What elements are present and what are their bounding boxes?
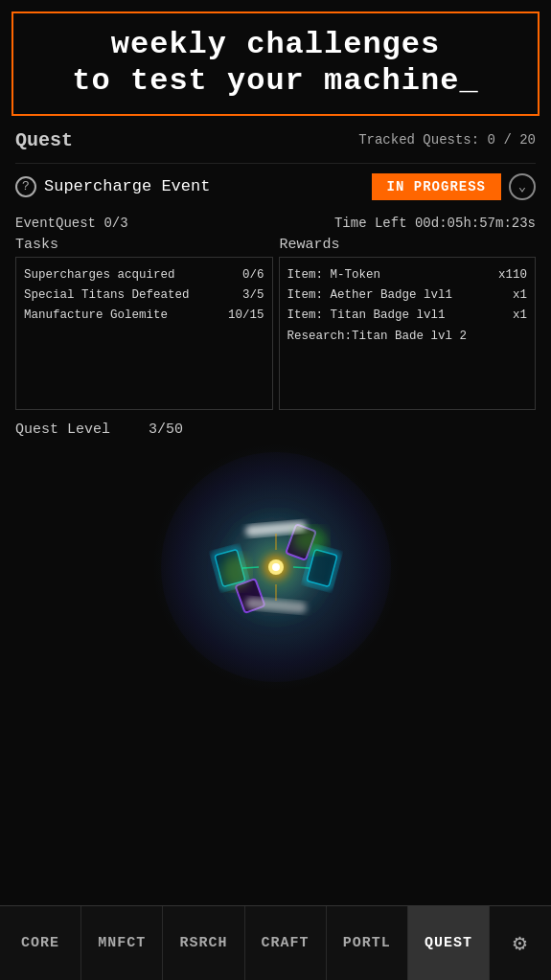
quest-level-label: Quest Level <box>15 422 110 438</box>
nav-item-settings[interactable]: ⚙ <box>490 906 551 980</box>
task-3-name: Manufacture Golemite <box>24 306 168 326</box>
machine-svg <box>190 481 362 653</box>
header-title: weekly challenges to test your machine_ <box>33 27 518 101</box>
tasks-box: Supercharges acquired 0/6 Special Titans… <box>15 257 273 410</box>
tasks-header-label: Tasks <box>15 237 272 253</box>
help-icon[interactable]: ? <box>15 176 36 197</box>
quest-header: Quest Tracked Quests: 0 / 20 <box>0 116 551 159</box>
event-quest-info: EventQuest 0/3 Time Left 00d:05h:57m:23s <box>0 210 551 237</box>
reward-row-1: Item: M-Token x110 <box>287 265 528 285</box>
task-row-2: Special Titans Defeated 3/5 <box>24 285 264 306</box>
tasks-rewards-header: Tasks Rewards <box>0 237 551 253</box>
divider <box>15 163 536 164</box>
reward-2-value: x1 <box>513 285 527 306</box>
reward-4-name: Research:Titan Bade lvl 2 <box>287 327 468 347</box>
task-1-value: 0/6 <box>242 265 264 285</box>
in-progress-button[interactable]: IN PROGRESS <box>372 173 501 200</box>
event-name: Supercharge Event <box>44 177 210 195</box>
event-quest-time: Time Left 00d:05h:57m:23s <box>334 216 536 231</box>
reward-3-value: x1 <box>513 306 527 326</box>
event-right: IN PROGRESS ⌄ <box>372 173 536 200</box>
nav-item-rsrch[interactable]: RSRCH <box>163 906 244 980</box>
quest-level-value: 3/50 <box>149 422 183 438</box>
bottom-nav: CORE MNFCT RSRCH CRAFT PORTL QUEST ⚙ <box>0 905 551 980</box>
nav-item-core[interactable]: CORE <box>0 906 81 980</box>
reward-3-name: Item: Titan Badge lvl1 <box>287 306 446 326</box>
task-1-name: Supercharges acquired <box>24 265 175 285</box>
reward-1-name: Item: M-Token <box>287 265 381 285</box>
svg-line-15 <box>293 567 310 568</box>
tasks-rewards-content: Supercharges acquired 0/6 Special Titans… <box>15 257 536 410</box>
event-row: ? Supercharge Event IN PROGRESS ⌄ <box>0 168 551 210</box>
quest-title: Quest <box>15 129 73 151</box>
reward-row-3: Item: Titan Badge lvl1 x1 <box>287 306 528 326</box>
event-left: ? Supercharge Event <box>15 176 210 197</box>
svg-point-13 <box>272 563 280 571</box>
tracked-quests: Tracked Quests: 0 / 20 <box>358 132 536 148</box>
task-3-value: 10/15 <box>228 306 264 326</box>
nav-item-quest[interactable]: QUEST <box>408 906 490 980</box>
reward-row-4: Research:Titan Bade lvl 2 <box>287 327 528 347</box>
machine-visual <box>0 438 551 696</box>
nav-item-mnfct[interactable]: MNFCT <box>81 906 163 980</box>
gear-icon: ⚙ <box>505 928 536 959</box>
toggle-chevron-icon[interactable]: ⌄ <box>509 173 536 200</box>
svg-point-10 <box>221 555 250 589</box>
nav-item-portl[interactable]: PORTL <box>327 906 408 980</box>
nav-item-craft[interactable]: CRAFT <box>245 906 327 980</box>
quest-level-row: Quest Level 3/50 <box>0 410 551 438</box>
rewards-header-label: Rewards <box>280 237 537 253</box>
orb <box>161 452 391 682</box>
svg-line-14 <box>242 567 259 568</box>
reward-2-name: Item: Aether Badge lvl1 <box>287 285 453 306</box>
task-row-3: Manufacture Golemite 10/15 <box>24 306 264 326</box>
reward-row-2: Item: Aether Badge lvl1 x1 <box>287 285 528 306</box>
reward-1-value: x110 <box>498 265 527 285</box>
task-row-1: Supercharges acquired 0/6 <box>24 265 264 285</box>
header-banner: weekly challenges to test your machine_ <box>11 11 540 116</box>
task-2-value: 3/5 <box>242 285 264 306</box>
task-2-name: Special Titans Defeated <box>24 285 190 306</box>
rewards-box: Item: M-Token x110 Item: Aether Badge lv… <box>279 257 537 410</box>
svg-point-9 <box>292 527 327 554</box>
event-quest-progress: EventQuest 0/3 <box>15 216 128 231</box>
